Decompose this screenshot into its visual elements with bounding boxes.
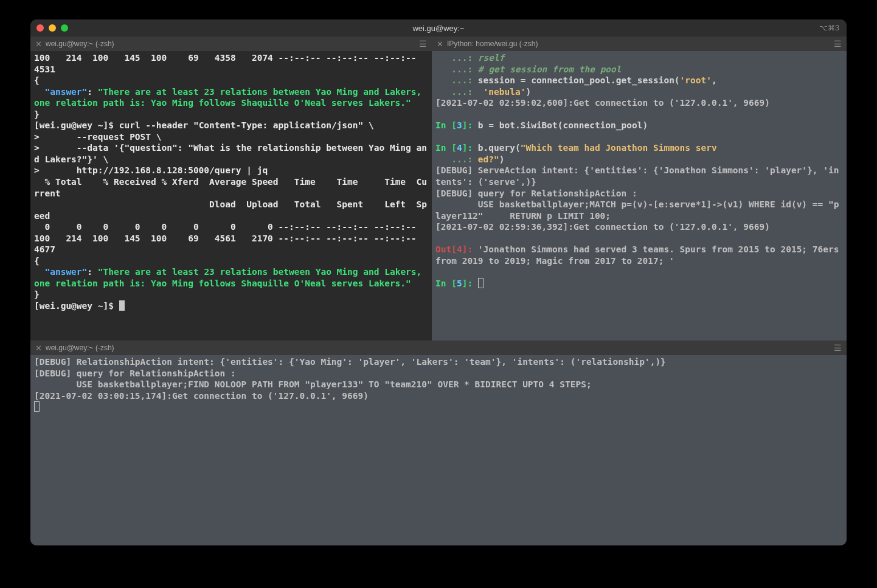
py-string: ed?" [478,154,499,164]
ipy-num: 4 [457,143,462,153]
json-brace: } [34,289,40,299]
tab-title: wei.gu@wey:~ (-zsh) [46,344,114,352]
debug-line: [DEBUG] query for RelationshipAction : [34,368,236,378]
ipy-continuation: ...: [435,75,478,85]
close-icon[interactable] [36,24,44,32]
pane-right[interactable]: ✕ IPython: home/wei.gu (-zsh) ☰ ...: rse… [432,36,847,341]
pane-bottom[interactable]: ✕ wei.gu@wey:~ (-zsh) ☰ [DEBUG] Relation… [30,341,847,545]
py-ident: rself [478,53,505,63]
pane-menu-icon[interactable]: ☰ [834,343,842,353]
py-code: b = bot.SiwiBot(connection_pool) [478,120,648,130]
tab-title: wei.gu@wey:~ (-zsh) [46,40,114,48]
json-brace: } [34,109,40,119]
pane-left[interactable]: ✕ wei.gu@wey:~ (-zsh) ☰ 100 214 100 145 … [30,36,432,341]
cursor [478,278,484,288]
ipy-continuation: ...: [435,154,478,164]
json-colon: : [87,267,97,277]
tab-title: IPython: home/wei.gu (-zsh) [447,40,538,48]
ipy-in: ]: [462,120,478,130]
log-line: [2021-07-02 02:59:02,600]:Get connection… [435,98,770,108]
minimize-icon[interactable] [49,24,56,32]
cursor [119,300,125,311]
json-key: "answer" [44,267,87,277]
log-line: [2021-07-02 02:59:36,392]:Get connection… [435,222,770,232]
curl-progress: 100 214 100 145 100 69 4358 2074 --:--:-… [34,53,427,74]
terminal-bottom[interactable]: [DEBUG] RelationshipAction intent: {'ent… [30,355,847,545]
json-brace: { [34,256,40,266]
json-brace: { [34,75,40,85]
ipy-num: 3 [457,120,462,130]
debug-line: [DEBUG] query for RelationshipAction : [435,189,637,198]
titlebar[interactable]: wei.gu@wey:~ ⌥⌘3 [30,19,847,36]
py-comma: , [712,75,717,85]
py-paren: ) [525,87,531,97]
py-string: "Which team had Jonathon Simmons serv [521,143,717,153]
top-split: ✕ wei.gu@wey:~ (-zsh) ☰ 100 214 100 145 … [30,36,847,341]
ipy-out: Out[ [435,244,457,254]
py-comment: # get session from the pool [478,64,622,74]
json-colon: : [87,87,97,97]
shell-prompt: [wei.gu@wey ~]$ [34,120,119,130]
ipy-in: ]: [462,278,478,288]
maximize-icon[interactable] [61,24,68,32]
close-tab-icon[interactable]: ✕ [35,344,42,353]
close-tab-icon[interactable]: ✕ [35,40,42,49]
curl-header: % Total % Received % Xferd Average Speed… [34,177,427,198]
ipy-in: ]: [462,143,478,153]
pane-menu-icon[interactable]: ☰ [834,39,842,49]
py-string: 'root' [680,75,712,85]
terminal-left[interactable]: 100 214 100 145 100 69 4358 2074 --:--:-… [30,51,432,341]
cursor [34,401,40,412]
py-paren: ) [499,154,505,164]
window-title: wei.gu@wey:~ [30,24,847,33]
shell-prompt: [wei.gu@wey ~]$ [34,301,119,311]
curl-header: Dload Upload Total Spent Left Speed [34,199,427,221]
ipy-continuation: ...: [435,87,478,97]
pane-menu-icon[interactable]: ☰ [419,39,427,49]
ipy-continuation: ...: [435,53,478,63]
debug-line: USE basketballplayer;MATCH p=(v)-[e:serv… [435,199,839,221]
curl-progress: 0 0 0 0 0 0 0 0 --:--:-- --:--:-- --:--:… [34,222,417,232]
debug-line: USE basketballplayer;FIND NOLOOP PATH FR… [34,379,592,389]
debug-line: [DEBUG] ServeAction intent: {'entities':… [435,165,839,187]
ipy-out: ]: [462,244,478,254]
json-key: "answer" [44,87,87,97]
tabbar-bottom[interactable]: ✕ wei.gu@wey:~ (-zsh) ☰ [30,341,847,355]
ipy-in: In [ [435,143,457,153]
debug-line: [DEBUG] RelationshipAction intent: {'ent… [34,357,666,367]
close-tab-icon[interactable]: ✕ [437,40,443,49]
ipy-in: In [ [435,278,457,288]
tabbar-left[interactable]: ✕ wei.gu@wey:~ (-zsh) ☰ [30,36,432,51]
curl-cmd: > http://192.168.8.128:5000/query | jq [34,165,268,175]
ipy-num: 5 [457,278,462,288]
ipy-num: 4 [457,244,462,254]
window-shortcut: ⌥⌘3 [819,24,839,32]
curl-cmd: curl --header "Content-Type: application… [119,120,374,130]
ipy-in: In [ [435,120,457,130]
ipy-result: 'Jonathon Simmons had served 3 teams. Sp… [435,244,844,266]
tabbar-right[interactable]: ✕ IPython: home/wei.gu (-zsh) ☰ [432,36,847,51]
py-code: session = connection_pool.get_session( [478,75,680,85]
py-string: 'nebula' [478,87,526,97]
log-line: [2021-07-02 03:00:15,174]:Get connection… [34,391,369,401]
curl-progress: 100 214 100 145 100 69 4561 2170 --:--:-… [34,233,427,255]
curl-cmd: > --request POST \ [34,132,162,142]
terminal-window: wei.gu@wey:~ ⌥⌘3 ✕ wei.gu@wey:~ (-zsh) ☰… [30,19,847,545]
py-code: b.query( [478,143,521,153]
ipy-continuation: ...: [435,64,478,74]
traffic-lights [36,24,68,32]
terminal-right[interactable]: ...: rself ...: # get session from the p… [432,51,847,341]
curl-cmd: > --data '{"question": "What is the rela… [34,143,427,164]
